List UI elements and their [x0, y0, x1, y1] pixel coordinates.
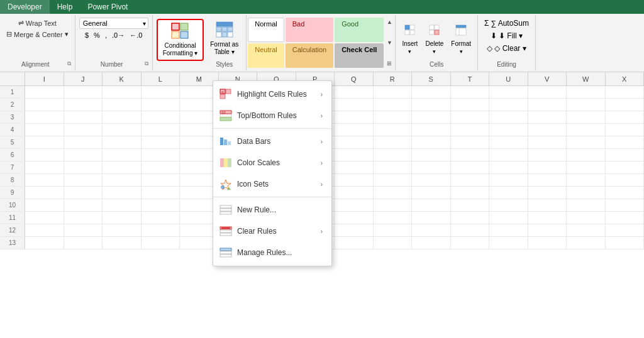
dollar-button[interactable]: $ [83, 30, 91, 40]
cell[interactable] [412, 224, 451, 236]
menu-item-iconsets[interactable]: Icon Sets › [213, 173, 331, 195]
cell[interactable] [567, 187, 606, 199]
col-l[interactable]: L [142, 72, 180, 85]
cell[interactable] [528, 86, 567, 98]
cell[interactable] [374, 224, 413, 236]
cell[interactable] [567, 174, 606, 186]
cell[interactable] [25, 199, 64, 211]
cell[interactable] [335, 136, 374, 148]
cell[interactable] [142, 86, 180, 98]
cell[interactable] [374, 136, 413, 148]
cell[interactable] [142, 224, 180, 236]
cell[interactable] [528, 161, 567, 173]
autosum-row[interactable]: Σ ∑ AutoSum [482, 18, 531, 29]
menu-item-clearrules[interactable]: Clear Rules › [213, 221, 331, 242]
cell[interactable] [374, 124, 413, 136]
cell[interactable] [451, 224, 490, 236]
cell[interactable] [25, 99, 64, 111]
cell[interactable] [142, 124, 180, 136]
cell[interactable] [528, 187, 567, 199]
cell[interactable] [489, 86, 528, 98]
decimal-decrease-button[interactable]: ←.0 [128, 30, 144, 40]
cell[interactable] [412, 174, 451, 186]
cell[interactable] [374, 174, 413, 186]
col-r[interactable]: R [374, 72, 413, 85]
cell[interactable] [606, 86, 645, 98]
tab-developer[interactable]: Developer [0, 0, 50, 14]
cell[interactable] [103, 212, 142, 224]
cell[interactable] [25, 224, 64, 236]
fill-row[interactable]: ⬇ ⬇ Fill ▾ [488, 30, 525, 41]
cell[interactable] [606, 212, 645, 224]
col-v[interactable]: V [528, 72, 567, 85]
cell[interactable] [451, 161, 490, 173]
col-k[interactable]: K [103, 72, 142, 85]
cell[interactable] [25, 136, 64, 148]
cell[interactable] [103, 86, 142, 98]
cell[interactable] [64, 212, 103, 224]
cell[interactable] [528, 237, 567, 249]
cell[interactable] [335, 237, 374, 249]
cell[interactable] [567, 224, 606, 236]
cell[interactable] [451, 199, 490, 211]
alignment-dialog-launcher[interactable]: ⧉ [67, 60, 71, 67]
cell[interactable] [25, 161, 64, 173]
cell[interactable] [412, 199, 451, 211]
cell[interactable] [528, 124, 567, 136]
cell[interactable] [489, 136, 528, 148]
cell[interactable] [412, 212, 451, 224]
cell[interactable] [606, 174, 645, 186]
cell[interactable] [451, 237, 490, 249]
cell[interactable] [451, 99, 490, 111]
format-button[interactable]: Format ▾ [448, 22, 474, 56]
cell[interactable] [142, 174, 180, 186]
comma-button[interactable]: , [103, 30, 109, 40]
cell[interactable] [606, 149, 645, 161]
menu-item-databars[interactable]: Data Bars › [213, 131, 331, 152]
cell[interactable] [412, 99, 451, 111]
cell[interactable] [64, 149, 103, 161]
cell[interactable] [412, 111, 451, 123]
menu-item-highlight-cells[interactable]: < Highlight Cells Rules › [213, 84, 331, 105]
cell[interactable] [489, 212, 528, 224]
col-i[interactable]: I [25, 72, 64, 85]
cell[interactable] [489, 187, 528, 199]
cell[interactable] [64, 187, 103, 199]
cell[interactable] [489, 199, 528, 211]
cell[interactable] [528, 136, 567, 148]
cell[interactable] [489, 111, 528, 123]
cell[interactable] [606, 136, 645, 148]
style-good[interactable]: Good [335, 18, 384, 42]
menu-item-colorscales[interactable]: Color Scales › [213, 152, 331, 173]
cell[interactable] [142, 149, 180, 161]
cell[interactable] [606, 124, 645, 136]
cell[interactable] [489, 237, 528, 249]
cell[interactable] [528, 212, 567, 224]
cell[interactable] [335, 111, 374, 123]
cell[interactable] [335, 199, 374, 211]
cell[interactable] [142, 111, 180, 123]
col-s[interactable]: S [412, 72, 451, 85]
cell[interactable] [335, 161, 374, 173]
cell[interactable] [567, 86, 606, 98]
cell[interactable] [64, 161, 103, 173]
cell[interactable] [142, 161, 180, 173]
cell[interactable] [451, 174, 490, 186]
cell[interactable] [64, 99, 103, 111]
col-x[interactable]: X [606, 72, 645, 85]
cell[interactable] [64, 174, 103, 186]
style-check-cell[interactable]: Check Cell [335, 43, 384, 68]
cell[interactable] [567, 111, 606, 123]
delete-button[interactable]: Delete ▾ [423, 22, 446, 56]
cell[interactable] [374, 111, 413, 123]
cell[interactable] [567, 161, 606, 173]
cell[interactable] [142, 199, 180, 211]
cell[interactable] [25, 149, 64, 161]
number-format-select[interactable]: General Number Currency Percentage [79, 18, 148, 29]
cell[interactable] [142, 212, 180, 224]
cell[interactable] [412, 124, 451, 136]
menu-item-newrule[interactable]: New Rule... [213, 199, 331, 221]
cell[interactable] [374, 187, 413, 199]
col-u[interactable]: U [489, 72, 528, 85]
cell[interactable] [528, 111, 567, 123]
